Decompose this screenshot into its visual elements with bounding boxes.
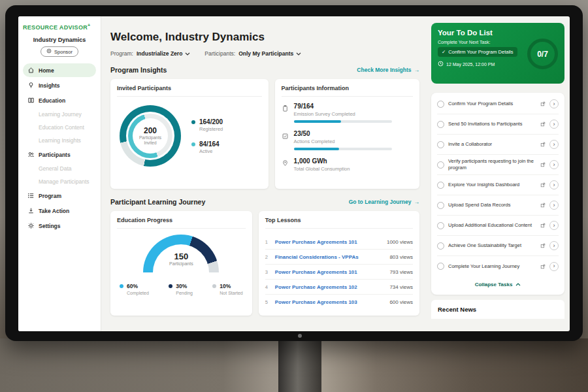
legend-value: 164/200 (199, 118, 223, 125)
gear-icon (27, 222, 35, 229)
actions-completed-row: 23/50 Actions Completed (282, 130, 413, 150)
participants-select[interactable]: Only My Participants (238, 50, 301, 57)
lesson-views: 793 views (389, 269, 413, 275)
clock-icon (438, 61, 444, 67)
monitor-stand (278, 340, 321, 392)
sidebar-item-take-action[interactable]: Take Action (23, 204, 96, 218)
task-row-upload-spend-data[interactable]: Upload Spend Data Records › (437, 195, 559, 216)
legend-label: Registered (199, 126, 223, 132)
legend-label: Active (199, 148, 220, 154)
task-row-achieve-sustainability-target[interactable]: Achieve One Sustainability Target › (437, 236, 559, 256)
chevron-right-icon[interactable]: › (549, 99, 559, 108)
task-row-confirm-program[interactable]: Confirm Your Program Details › (437, 94, 559, 114)
location-pin-icon (282, 158, 289, 175)
task-row-upload-educational-content[interactable]: Upload Additional Educational Content › (437, 216, 559, 236)
task-row-explore-insights[interactable]: Explore Your Insights Dashboard › (437, 175, 559, 195)
donut-chart: 200 Participants Invited (120, 105, 181, 167)
invited-total: 200 (144, 126, 157, 135)
task-checkbox[interactable] (437, 182, 444, 189)
check-more-insights-link[interactable]: Check More Insights → (357, 67, 419, 73)
book-icon (27, 97, 35, 104)
sidebar-item-settings[interactable]: Settings (23, 219, 96, 233)
legend-value: 30% (176, 283, 187, 289)
legend-dot (212, 284, 216, 288)
task-checkbox[interactable] (437, 202, 444, 209)
sidebar-item-learning-journey[interactable]: Learning Journey (23, 108, 96, 120)
chevron-right-icon[interactable]: › (549, 120, 559, 129)
gauge-center: 150 Participants (143, 252, 219, 266)
sidebar-item-education-content[interactable]: Education Content (23, 122, 96, 133)
sidebar-item-label: Program (39, 193, 61, 199)
lesson-link[interactable]: Financial Considerations - VPPAs (275, 254, 385, 260)
next-task-label: Confirm Your Program Details (448, 49, 513, 55)
external-link-icon[interactable] (540, 142, 546, 147)
lesson-views: 600 views (389, 299, 413, 305)
legend-dot (191, 142, 195, 146)
task-checkbox[interactable] (437, 101, 444, 108)
emission-survey-value: 79/164 (294, 103, 392, 110)
participants-select-value: Only My Participants (238, 50, 293, 57)
lesson-row: 5 Power Purchase Agreements 103 600 view… (265, 295, 413, 309)
lesson-rank: 2 (265, 254, 270, 260)
invited-participants-chart: 200 Participants Invited 164/200 Registe… (117, 103, 262, 167)
sidebar-item-manage-participants[interactable]: Manage Participants (23, 176, 96, 188)
app-logo-plus: + (88, 23, 90, 27)
chevron-right-icon[interactable]: › (549, 180, 559, 189)
task-checkbox[interactable] (437, 263, 444, 270)
task-checkbox[interactable] (437, 121, 444, 128)
legend-dot (120, 284, 123, 288)
chevron-right-icon[interactable]: › (549, 201, 559, 210)
sidebar-item-education[interactable]: Education (23, 93, 96, 107)
lesson-link[interactable]: Power Purchase Agreements 102 (275, 284, 385, 290)
external-link-icon[interactable] (540, 182, 546, 188)
external-link-icon[interactable] (540, 203, 546, 208)
clipboard-icon (282, 103, 289, 123)
sidebar-item-learning-insights[interactable]: Learning Insights (23, 135, 96, 146)
task-checkbox[interactable] (437, 141, 444, 148)
task-label: Verify participants requesting to join t… (448, 158, 536, 171)
task-row-verify-participants[interactable]: Verify participants requesting to join t… (437, 155, 559, 175)
chevron-right-icon[interactable]: › (549, 160, 559, 169)
participants-information-card: Participants Information 79/164 Emission… (275, 79, 419, 189)
program-select[interactable]: Industrialize Zero (137, 50, 190, 57)
gauge-legend: 60% Completed 30% Pending 10% Not Starte… (117, 283, 246, 295)
lesson-row: 4 Power Purchase Agreements 102 734 view… (265, 280, 413, 295)
sidebar-item-label: General Data (39, 165, 72, 172)
legend-value: 60% (127, 283, 138, 289)
emission-survey-progressbar (294, 120, 392, 123)
task-row-send-invitations[interactable]: Send 50 Invitations to Participants › (437, 114, 559, 135)
chevron-right-icon[interactable]: › (549, 221, 559, 230)
program-insights-header: Program Insights Check More Insights → (110, 66, 419, 74)
external-link-icon[interactable] (540, 162, 546, 167)
task-checkbox[interactable] (437, 242, 444, 250)
lesson-link[interactable]: Power Purchase Agreements 103 (275, 299, 385, 305)
sidebar-item-insights[interactable]: Insights (23, 78, 96, 92)
app-window: RESOURCE ADVISOR+ Industry Dynamics Spon… (18, 16, 570, 331)
program-filter: Program: Industrialize Zero (110, 50, 190, 57)
external-link-icon[interactable] (540, 101, 546, 106)
participants-filter-label: Participants: (204, 50, 235, 57)
task-checkbox[interactable] (437, 161, 444, 169)
task-row-invite-collaborator[interactable]: Invite a Collaborator › (437, 135, 559, 155)
go-to-learning-journey-link[interactable]: Go to Learning Journey → (349, 199, 419, 205)
chevron-right-icon[interactable]: › (549, 140, 559, 149)
sidebar-item-program[interactable]: Program (23, 189, 96, 203)
sidebar-item-participants[interactable]: Participants (23, 148, 96, 161)
task-checkbox[interactable] (437, 222, 444, 229)
sidebar-item-general-data[interactable]: General Data (23, 163, 96, 174)
sidebar-item-home[interactable]: Home (23, 63, 96, 77)
legend-item-active: 84/164 Active (191, 140, 223, 154)
chevron-right-icon[interactable]: › (549, 241, 559, 250)
card-title: Participants Information (282, 79, 413, 97)
collapse-tasks-button[interactable]: Collapse Tasks (437, 276, 559, 293)
lesson-link[interactable]: Power Purchase Agreements 101 (275, 239, 382, 245)
external-link-icon[interactable] (540, 122, 546, 127)
task-row-complete-learning-journey[interactable]: Complete Your Learning Journey › (437, 256, 559, 276)
external-link-icon[interactable] (540, 243, 546, 248)
external-link-icon[interactable] (540, 223, 546, 228)
chevron-right-icon[interactable]: › (549, 262, 559, 271)
external-link-icon[interactable] (540, 264, 546, 269)
next-task-chip[interactable]: ✓ Confirm Your Program Details (438, 47, 517, 57)
lesson-link[interactable]: Power Purchase Agreements 101 (275, 269, 385, 275)
sponsor-badge[interactable]: Sponsor (41, 46, 78, 57)
